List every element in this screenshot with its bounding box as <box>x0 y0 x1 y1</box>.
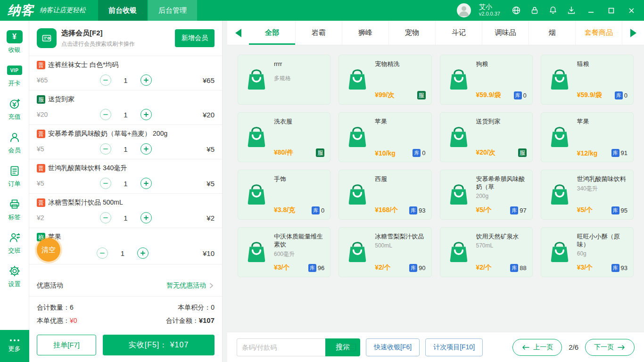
product-card[interactable]: 苹果 ¥12/kg 库91 <box>541 112 634 162</box>
product-card[interactable]: 洗衣服 ¥80/件 服 <box>238 112 330 162</box>
category-tab[interactable]: 狮峰 <box>342 21 389 45</box>
product-card[interactable]: 饮用天然矿泉水 570mL ¥2/个 库88 <box>440 227 533 277</box>
sidebar-item-settings[interactable]: 设置 <box>0 260 29 293</box>
product-name: 饮用天然矿泉水 <box>476 232 527 240</box>
product-card[interactable]: 安慕希希腊风味酸奶（草 200g ¥5/个 库97 <box>440 170 533 220</box>
select-member-area[interactable]: 选择会员[F2] 点击进行会员搜索或刷卡操作 新增会员 <box>29 21 222 56</box>
increase-qty-button[interactable] <box>140 109 152 120</box>
tab-backend-admin[interactable]: 后台管理 <box>148 0 197 21</box>
sidebar: 收银 开卡 充值 会员 订单 <box>0 21 29 362</box>
tab-front-cashier[interactable]: 前台收银 <box>98 0 147 21</box>
product-card[interactable]: 旺旺小小酥（原味） 60g ¥3/个 库93 <box>541 227 634 277</box>
decrease-qty-button[interactable] <box>100 143 111 155</box>
category-tab[interactable]: 岩霸 <box>296 21 342 45</box>
notification-bell-icon[interactable] <box>548 5 558 16</box>
product-card[interactable]: 冰糖雪梨梨汁饮品 500mL ¥2/个 库90 <box>339 227 431 277</box>
keyboard-icon[interactable] <box>345 343 356 352</box>
product-bag-icon <box>345 117 370 157</box>
cart-summary: 合计数量：6 本单积分：0 本单优惠：¥0 合计金额：¥107 <box>29 296 222 329</box>
increase-qty-button[interactable] <box>140 74 152 86</box>
product-card[interactable]: 世鸿乳酸菌味饮料 340毫升 ¥5/个 库95 <box>541 170 634 220</box>
sidebar-item-more[interactable]: 更多 <box>0 330 29 362</box>
category-tab[interactable]: 调味品 <box>482 21 529 45</box>
cart-item: 普 安慕希希腊风味酸奶（草莓+燕麦） 200g ¥5 1 ¥5 <box>29 125 222 159</box>
hold-order-button[interactable]: 挂单[F7] <box>37 335 96 355</box>
category-tab[interactable]: 烟 <box>529 21 576 45</box>
stock-count: 0 <box>422 149 425 156</box>
product-card[interactable]: 中沃体质能量维生素饮 600毫升 ¥3/个 库96 <box>238 227 330 277</box>
pay-button[interactable]: 实收[F5]： ¥107 <box>103 335 215 355</box>
download-icon[interactable] <box>566 5 577 16</box>
category-tab-all[interactable]: 全部 <box>249 21 296 45</box>
sidebar-item-vip-card[interactable]: 开卡 <box>0 59 29 92</box>
chevron-right-icon <box>208 282 215 289</box>
sidebar-label: 会员 <box>8 146 21 155</box>
member-icon <box>8 131 22 144</box>
avatar[interactable] <box>457 3 471 17</box>
category-tab[interactable]: 宠物 <box>389 21 436 45</box>
barcode-input[interactable] <box>237 338 325 356</box>
item-type-badge: 普 <box>37 164 45 173</box>
stock-count: 93 <box>419 207 425 214</box>
network-icon[interactable] <box>511 5 521 16</box>
decrease-qty-button[interactable] <box>100 212 111 223</box>
category-tab[interactable]: 斗记 <box>436 21 482 45</box>
product-price: ¥5/个 <box>577 206 593 214</box>
product-name: 宠物精洗 <box>375 60 425 68</box>
product-card[interactable]: rrrr 多规格 <box>238 55 330 105</box>
service-tag-badge: 服 <box>518 148 527 157</box>
product-name: 冰糖雪梨梨汁饮品 <box>375 232 425 240</box>
sidebar-item-recharge[interactable]: 充值 <box>0 92 29 126</box>
sidebar-item-shift[interactable]: 交班 <box>0 226 29 260</box>
product-name: 苹果 <box>577 117 627 125</box>
unit-price: ¥5 <box>37 180 73 187</box>
decrease-qty-button[interactable] <box>100 109 111 120</box>
category-scroll-right-button[interactable] <box>622 21 644 45</box>
promo-row[interactable]: 优惠活动 暂无优惠活动 <box>29 275 222 296</box>
total-qty-value: 6 <box>70 301 74 314</box>
decrease-qty-button[interactable] <box>100 178 111 189</box>
increase-qty-button[interactable] <box>140 143 152 155</box>
product-spec: 570mL <box>476 242 527 249</box>
product-card[interactable]: 猫粮 ¥59.9/袋 库0 <box>541 55 634 105</box>
add-member-button[interactable]: 新增会员 <box>175 29 215 47</box>
pagination: 上一页 2/6 下一页 <box>512 339 635 356</box>
prev-page-label: 上一页 <box>533 343 553 352</box>
sidebar-item-labels[interactable]: 标签 <box>0 193 29 226</box>
stock-count: 88 <box>520 264 526 272</box>
stock-badge: 库95 <box>611 206 627 214</box>
stock-badge: 库88 <box>510 264 526 272</box>
line-total: ¥5 <box>179 180 215 188</box>
increase-qty-button[interactable] <box>140 178 152 189</box>
quick-cashier-button[interactable]: 快速收银[F6] <box>366 338 420 356</box>
sidebar-item-members[interactable]: 会员 <box>0 126 29 159</box>
pos-app: 纳客 纳客让店更轻松 前台收银 后台管理 艾小 v2.0.0.37 <box>0 0 644 362</box>
product-card[interactable]: 西服 ¥168/个 库93 <box>339 170 431 220</box>
decrease-qty-button[interactable] <box>100 74 111 86</box>
product-card[interactable]: 宠物精洗 ¥99/次 服 <box>339 55 431 105</box>
category-scroll-left-button[interactable] <box>227 21 249 45</box>
close-button[interactable] <box>625 4 637 16</box>
increase-qty-button[interactable] <box>140 212 152 223</box>
maximize-button[interactable] <box>605 4 617 16</box>
decrease-qty-button[interactable] <box>97 247 108 259</box>
lock-icon[interactable] <box>529 5 540 16</box>
quantity: 1 <box>119 249 126 257</box>
product-card[interactable]: 送货到家 ¥20/次 服 <box>440 112 533 162</box>
minimize-button[interactable] <box>585 4 597 16</box>
sidebar-item-cashier[interactable]: 收银 <box>0 25 29 59</box>
next-page-button[interactable]: 下一页 <box>585 339 635 356</box>
stock-badge: 库91 <box>611 149 627 157</box>
clear-cart-button[interactable]: 清空 <box>37 238 60 262</box>
product-card[interactable]: 狗粮 ¥59.9/袋 库0 <box>440 55 533 105</box>
sidebar-item-orders[interactable]: 订单 <box>0 159 29 193</box>
increase-qty-button[interactable] <box>137 247 149 259</box>
category-tab-combo[interactable]: 套餐商品 <box>576 21 622 45</box>
product-spec: 340毫升 <box>577 185 627 193</box>
product-card[interactable]: 手饰 ¥3.8/克 库0 <box>238 170 330 220</box>
count-item-button[interactable]: 计次项目[F10] <box>425 338 483 356</box>
stock-count: 0 <box>321 207 324 214</box>
product-card[interactable]: 苹果 ¥10/kg 库0 <box>339 112 431 162</box>
prev-page-button[interactable]: 上一页 <box>512 339 562 356</box>
product-price: ¥20/次 <box>476 148 495 157</box>
